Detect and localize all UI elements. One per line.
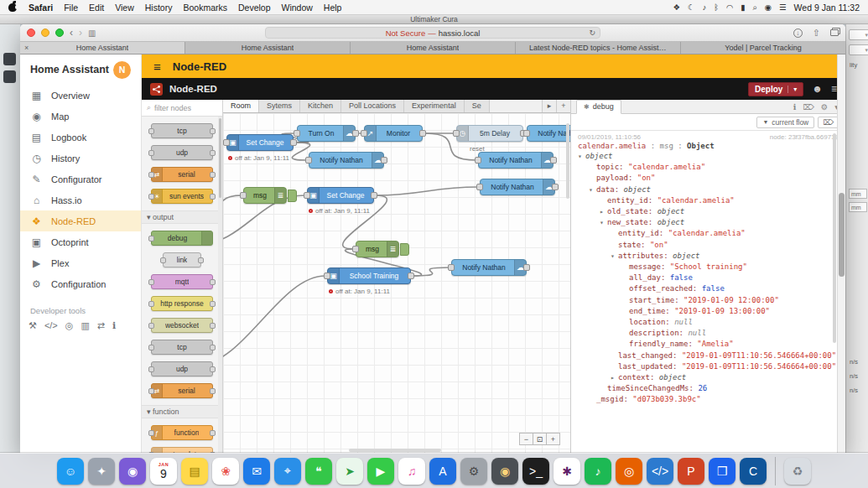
sidebar-item-history[interactable]: ◷History	[20, 148, 141, 169]
palette-node-function[interactable]: functionƒ	[151, 425, 213, 440]
zoom-button[interactable]	[55, 29, 64, 37]
input-port[interactable]	[324, 273, 330, 279]
dock-powerpoint[interactable]: P	[678, 458, 704, 485]
palette-search-input[interactable]: ⌕ filter nodes	[142, 100, 222, 117]
input-port[interactable]	[475, 157, 481, 164]
siri-icon[interactable]: ◉	[765, 3, 772, 13]
dock-system-preferences[interactable]: ⚙	[460, 458, 487, 485]
dock-notes[interactable]: ▤	[181, 458, 208, 485]
dock-safari[interactable]: ⌖	[274, 458, 301, 485]
dock-facetime[interactable]: ▶	[367, 458, 394, 485]
dev-mqtt-icon[interactable]: ⇄	[97, 320, 105, 331]
debug-json-line[interactable]: _msgid: "d073b039.3b9c"	[571, 394, 845, 405]
input-port[interactable]	[352, 246, 359, 252]
debug-json-line[interactable]: start_time: "2019-01-09 12:00:00"	[571, 295, 845, 306]
flow-node-set-change-1[interactable]: Set Change▣	[226, 134, 294, 151]
flow-node-notify-nathan-1[interactable]: Notify Nathan☁	[527, 125, 570, 142]
input-port[interactable]	[240, 192, 247, 199]
input-port[interactable]	[223, 139, 230, 146]
zoom-reset-button[interactable]: ⊡	[533, 433, 547, 445]
debug-json-line[interactable]: ▾new_state: object	[571, 217, 845, 228]
cura-mm-field-2[interactable]: mm	[849, 202, 867, 212]
safari-tab[interactable]: Home Assistant	[351, 42, 516, 54]
wire[interactable]	[223, 195, 242, 239]
flow-node-set-change-2[interactable]: Set Change▣	[307, 187, 374, 204]
panel-menu-icon[interactable]: ≡	[153, 60, 161, 74]
debug-json-line[interactable]: ▾object	[571, 151, 845, 162]
dock-mail[interactable]: ✉	[243, 458, 270, 485]
input-port[interactable]	[453, 130, 460, 137]
flow-tab-kitchen[interactable]: Kitchen	[300, 100, 341, 112]
palette-node-debug[interactable]: debug	[151, 231, 213, 246]
debug-json-line[interactable]: entity_id: "calendar.amelia"	[571, 228, 845, 239]
debug-json-line[interactable]: description: null	[571, 328, 845, 339]
output-port[interactable]	[419, 130, 426, 137]
moon-icon[interactable]: ☾	[688, 3, 695, 13]
sidebar-toggle-icon[interactable]: ▥	[88, 29, 96, 38]
debug-json-line[interactable]: all_day: false	[571, 273, 845, 283]
menu-history[interactable]: History	[145, 3, 173, 13]
forward-icon[interactable]: ›	[79, 28, 82, 38]
flow-node-notify-nathan-5[interactable]: Notify Nathan☁	[451, 259, 527, 276]
safari-tab[interactable]: ×Home Assistant	[20, 42, 185, 54]
downloads-icon[interactable]: ↓	[793, 29, 803, 38]
deploy-button[interactable]: Deploy ▾	[748, 82, 803, 96]
debug-json-line[interactable]: friendly_name: "Amelia"	[571, 339, 845, 350]
expander-icon[interactable]: ▸	[611, 372, 618, 383]
sidebar-item-plex[interactable]: ▶Plex	[20, 252, 141, 273]
expander-icon[interactable]: ▾	[600, 217, 607, 228]
deploy-options-icon[interactable]: ▾	[787, 86, 797, 93]
palette-node-tcp[interactable]: tcp	[151, 340, 213, 355]
cura-mm-field-1[interactable]: mm	[849, 189, 867, 199]
palette-node-udp[interactable]: udp	[151, 361, 213, 376]
output-port[interactable]	[352, 130, 359, 137]
dock-firefox[interactable]: ◎	[616, 458, 642, 485]
dock-siri[interactable]: ◉	[119, 458, 146, 485]
flow-tab-poll-locations[interactable]: Poll Locations	[341, 100, 404, 112]
palette-node-http-response[interactable]: http response	[151, 296, 213, 311]
menu-clock[interactable]: Wed 9 Jan 11:32	[794, 3, 860, 13]
palette-node-template[interactable]: template▤	[151, 447, 213, 453]
sidebar-item-configurator[interactable]: ✎Configurator	[20, 169, 141, 189]
page-scrollbar[interactable]	[837, 55, 845, 453]
flow-node-turn-on[interactable]: Turn On☁	[297, 125, 356, 142]
flow-node-msg-1[interactable]: msg≣	[243, 187, 287, 204]
debug-json-line[interactable]: offset_reached: false	[571, 283, 845, 294]
expander-icon[interactable]: ▾	[578, 151, 585, 162]
battery-icon[interactable]: ▮	[741, 3, 745, 13]
input-port[interactable]	[361, 130, 367, 137]
tab-debug[interactable]: ✱ debug	[576, 100, 621, 114]
address-bar[interactable]: Not Secure — hassio.local ↻	[265, 27, 600, 39]
nodered-menu-icon[interactable]: ≡	[831, 83, 837, 95]
dock-trash[interactable]: ♻	[784, 458, 811, 485]
palette-node-mqtt[interactable]: mqtt	[151, 274, 213, 289]
flow-node-delay-5m[interactable]: 5m Delay◷	[456, 125, 523, 142]
dock-finder[interactable]: ☺	[57, 458, 84, 485]
menu-file[interactable]: File	[64, 3, 78, 13]
palette-node-websocket[interactable]: websocket	[151, 318, 213, 333]
wire[interactable]	[376, 187, 478, 195]
debug-json-line[interactable]: state: "on"	[571, 240, 845, 251]
tab-close-icon[interactable]: ×	[24, 44, 29, 52]
sidebar-item-overview[interactable]: ▦Overview	[20, 85, 141, 106]
debug-json-line[interactable]: ▾attributes: object	[571, 251, 845, 262]
dock-slack[interactable]: ✱	[554, 458, 580, 485]
dock-photos[interactable]: ❀	[212, 458, 239, 485]
palette-node-link[interactable]: link	[163, 252, 201, 267]
app-status-icon[interactable]: ❖	[673, 3, 680, 13]
debug-json-line[interactable]: ▸context: object	[571, 372, 845, 383]
dev-services-icon[interactable]: ⚒	[29, 320, 37, 331]
flow-node-notify-nathan-3[interactable]: Notify Nathan☁	[478, 152, 554, 169]
back-icon[interactable]: ‹	[70, 28, 73, 38]
dock-calendar[interactable]: JAN9	[150, 458, 177, 485]
debug-trash-icon[interactable]: ⌦	[803, 102, 813, 112]
canvas-vscrollbar[interactable]	[565, 113, 570, 453]
input-port[interactable]	[523, 130, 530, 137]
output-port[interactable]	[371, 192, 377, 199]
debug-json-line[interactable]: topic: "calendar.amelia"	[571, 162, 845, 173]
flow-node-notify-nathan-4[interactable]: Notify Nathan☁	[480, 179, 555, 195]
menu-develop[interactable]: Develop	[238, 3, 271, 13]
expander-icon[interactable]: ▸	[600, 206, 607, 217]
palette-node-udp[interactable]: udp	[151, 145, 213, 160]
debug-json-line[interactable]: timeSinceChangedMs: 26	[571, 383, 845, 394]
